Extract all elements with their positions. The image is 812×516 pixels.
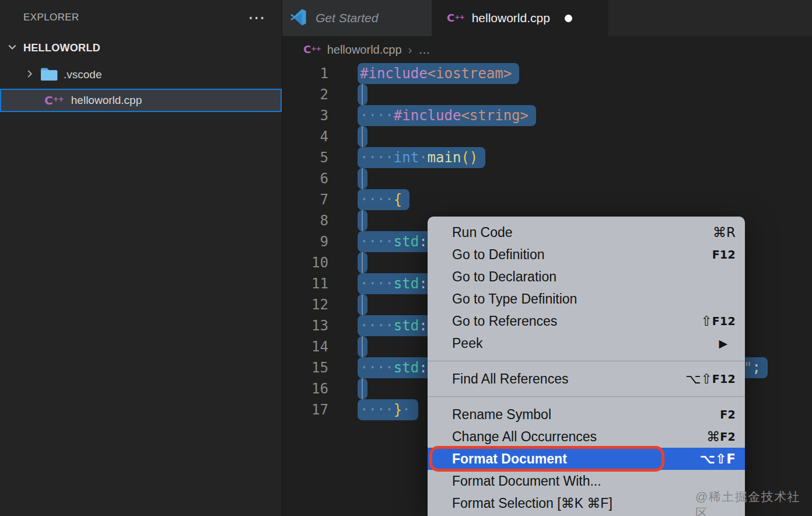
menu-item-rename-symbol[interactable]: Rename SymbolF2: [428, 403, 745, 426]
line-number: 11: [282, 273, 338, 294]
cpp-file-icon: C++: [447, 13, 464, 23]
menu-shortcut: ⇧F12: [701, 313, 736, 329]
explorer-header: EXPLORER ⋯: [0, 0, 282, 35]
code-token: std: [394, 276, 419, 292]
code-token: {: [394, 191, 402, 208]
modified-dot-icon[interactable]: [565, 15, 572, 22]
code-token: std: [394, 318, 419, 334]
modifier-keys: ⌘: [706, 429, 720, 444]
code-token: :: [419, 318, 427, 334]
menu-shortcut: ⌘R: [713, 225, 736, 240]
menu-item-go-to-declaration[interactable]: Go to Declaration: [428, 266, 745, 288]
project-name: HELLOWORLD: [23, 42, 100, 54]
menu-item-label: Find All References: [452, 371, 685, 387]
line-number: 1: [282, 63, 338, 84]
menu-shortcut: F12: [712, 248, 736, 261]
shortcut-key: F: [726, 451, 736, 466]
tab-get-started[interactable]: Get Started: [282, 0, 432, 36]
explorer-sidebar: EXPLORER ⋯ HELLOWORLD .vscode C++ hellow: [0, 0, 282, 516]
selection-highlight: [358, 126, 368, 147]
menu-item-go-to-references[interactable]: Go to References⇧F12: [428, 310, 745, 332]
tree-root-helloworld[interactable]: HELLOWORLD: [0, 35, 282, 61]
breadcrumb[interactable]: C++ helloworld.cpp › …: [282, 36, 812, 63]
selection-highlight: [358, 336, 368, 357]
line-number: 10: [282, 252, 338, 273]
menu-item-find-all-references[interactable]: Find All References⌥⇧F12: [428, 368, 745, 390]
whitespace-dots: ····: [360, 318, 394, 334]
code-token: }: [394, 402, 402, 418]
selection-highlight: ····int·main(): [358, 147, 485, 168]
line-number: 9: [282, 231, 338, 252]
context-menu: Run Code⌘RGo to DefinitionF12Go to Decla…: [428, 217, 745, 516]
menu-item-format-document[interactable]: Format Document⌥⇧F: [428, 448, 745, 470]
menu-item-label: Format Document: [452, 451, 700, 467]
breadcrumb-separator-icon: ›: [408, 43, 412, 57]
menu-item-label: Go to Declaration: [452, 269, 736, 285]
editor-tabbar: Get Started C++ helloworld.cpp: [282, 0, 812, 36]
menu-item-label: Run Code: [452, 225, 713, 240]
breadcrumb-more[interactable]: …: [419, 43, 430, 57]
code-token: main: [428, 149, 461, 166]
tab-helloworld-cpp[interactable]: C++ helloworld.cpp: [432, 0, 608, 36]
watermark: @稀土掘金技术社区: [695, 489, 812, 516]
line-number: 3: [282, 105, 338, 126]
shortcut-key: R: [726, 225, 736, 240]
shortcut-key: F12: [712, 248, 736, 261]
selection-highlight: [358, 168, 368, 189]
chevron-right-icon: [24, 69, 34, 81]
selection-highlight: [358, 84, 368, 105]
code-token: #include: [360, 65, 428, 82]
shortcut-key: F12: [712, 372, 736, 385]
code-token: ;: [752, 360, 761, 376]
tree-item-label: helloworld.cpp: [71, 94, 142, 107]
code-line-6[interactable]: 6: [282, 168, 812, 189]
line-number: 5: [282, 147, 338, 168]
code-token: ·: [419, 149, 427, 166]
menu-item-go-to-type-definition[interactable]: Go to Type Definition: [428, 288, 745, 310]
tree-item-helloworld-cpp[interactable]: C++ helloworld.cpp: [0, 89, 282, 112]
whitespace-dots: ····: [360, 191, 394, 208]
menu-item-go-to-definition[interactable]: Go to DefinitionF12: [428, 243, 745, 266]
menu-item-change-all-occurrences[interactable]: Change All Occurrences⌘F2: [428, 426, 745, 448]
code-line-5[interactable]: 5····int·main(): [282, 147, 812, 168]
menu-item-label: Format Document With...: [452, 473, 736, 489]
line-number: 6: [282, 168, 338, 189]
code-line-4[interactable]: 4: [282, 126, 812, 147]
breadcrumb-file[interactable]: helloworld.cpp: [327, 43, 402, 57]
vscode-window: EXPLORER ⋯ HELLOWORLD .vscode C++ hellow: [0, 0, 812, 516]
line-number: 13: [282, 315, 338, 336]
code-token: :: [419, 276, 427, 292]
selection-highlight: #include<iostream>: [358, 63, 519, 84]
menu-separator: [428, 396, 745, 397]
selection-highlight: ····{: [358, 189, 410, 210]
line-number: 4: [282, 126, 338, 147]
menu-shortcut: ⌘F2: [706, 429, 736, 444]
tree-item-label: .vscode: [64, 68, 102, 81]
code-line-1[interactable]: 1#include<iostream>: [282, 63, 812, 84]
code-token: #include: [394, 107, 461, 124]
code-line-7[interactable]: 7····{: [282, 189, 812, 210]
whitespace-dots: ····: [360, 360, 394, 376]
code-token: std: [394, 233, 419, 250]
shortcut-key: F12: [712, 315, 736, 327]
vscode-logo-icon: [289, 8, 307, 29]
menu-shortcut: F2: [720, 408, 736, 421]
line-number: 7: [282, 189, 338, 210]
more-actions-icon[interactable]: ⋯: [248, 9, 265, 26]
code-line-3[interactable]: 3····#include<string>: [282, 105, 812, 126]
shortcut-key: F2: [720, 408, 736, 421]
submenu-arrow-icon: ▶: [719, 337, 727, 350]
whitespace-dots: ····: [360, 107, 394, 124]
menu-item-run-code[interactable]: Run Code⌘R: [428, 221, 745, 243]
selection-highlight: [358, 294, 368, 315]
line-number: 12: [282, 294, 338, 315]
line-number: 8: [282, 210, 338, 231]
code-line-2[interactable]: 2: [282, 84, 812, 105]
menu-item-peek[interactable]: Peek▶: [428, 332, 745, 354]
code-token: <iostream>: [428, 65, 512, 82]
tree-item-vscode[interactable]: .vscode: [0, 61, 282, 89]
menu-shortcut: ⌥⇧F: [700, 451, 736, 466]
menu-separator: [428, 361, 745, 361]
cpp-file-icon: C++: [303, 44, 321, 55]
whitespace-dots: ····: [360, 149, 394, 166]
